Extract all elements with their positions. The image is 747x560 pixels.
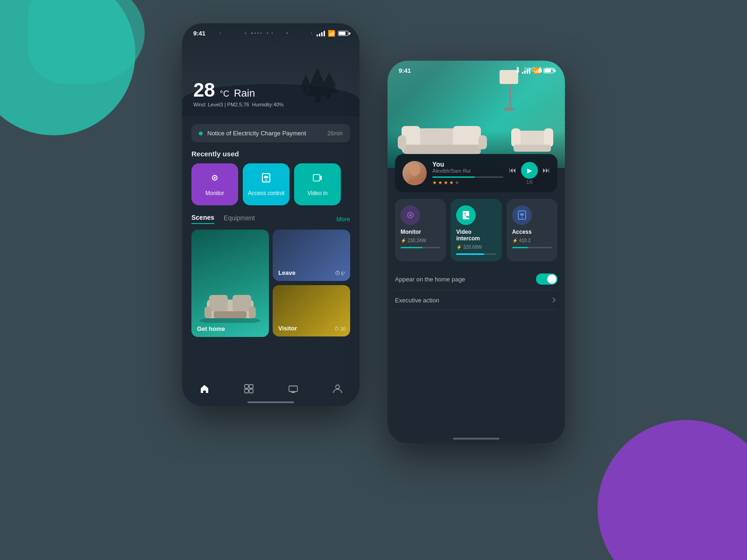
home-indicator xyxy=(247,401,294,403)
phone2-home-indicator xyxy=(453,438,500,440)
play-button[interactable]: ▶ xyxy=(521,162,538,179)
svg-point-38 xyxy=(516,70,519,73)
device-monitor-bar-fill xyxy=(401,247,423,248)
device-video-bar-fill xyxy=(456,253,484,255)
device-access-icon-wrap xyxy=(512,205,532,225)
music-avatar xyxy=(402,161,427,185)
scenes-grid: Get home Leave 6° Visitor 30 xyxy=(191,230,350,337)
weather-details: Wind: Level3 | PM2.5:76 Humidity:40% xyxy=(193,102,284,107)
svg-rect-35 xyxy=(544,128,553,147)
svg-rect-18 xyxy=(204,307,211,318)
phone2: 9:41 📶 26°C xyxy=(388,61,565,443)
device-monitor-name: Monitor xyxy=(401,229,440,235)
svg-point-39 xyxy=(409,163,420,176)
device-access-bar-fill xyxy=(512,247,528,248)
nav-profile[interactable] xyxy=(332,384,343,394)
app-video-label: Video in xyxy=(307,190,327,196)
device-monitor-icon-wrap xyxy=(401,205,420,225)
phone1: 9:41 📶 28 °C xyxy=(182,23,359,406)
svg-rect-17 xyxy=(214,311,247,318)
next-button[interactable]: ⏭ xyxy=(543,166,550,175)
bottom-nav xyxy=(182,376,359,406)
executive-label: Executive action xyxy=(395,297,439,304)
app-video[interactable]: Video in xyxy=(294,163,341,205)
scene-visitor-info: 30 xyxy=(334,326,345,332)
tabs-row: Scenes Equipment More xyxy=(191,214,350,224)
device-access[interactable]: Access ⚡ 410.2 xyxy=(507,199,557,261)
tab-scenes[interactable]: Scenes xyxy=(191,214,214,224)
phone-device-icon xyxy=(461,210,471,220)
svg-rect-22 xyxy=(249,385,253,388)
star-1: ★ xyxy=(432,180,437,186)
settings-row-homepage: Appear on the home page xyxy=(395,268,557,291)
access-control-icon xyxy=(261,172,272,186)
scene-get-home[interactable]: Get home xyxy=(191,230,269,337)
tab-equipment[interactable]: Equipment xyxy=(224,214,255,224)
phone2-header: 9:41 📶 26°C xyxy=(388,61,565,168)
phone1-time: 9:41 xyxy=(193,30,205,37)
phone2-weather: 26°C 20% xyxy=(515,66,556,73)
star-4: ★ xyxy=(449,180,454,186)
device-monitor-bar xyxy=(401,247,440,248)
track-counter: 1/6 xyxy=(526,180,533,185)
svg-rect-37 xyxy=(517,67,519,70)
notif-dot xyxy=(199,132,203,135)
device-video-intercom[interactable]: Video intercom ⚡ 320.68W xyxy=(451,199,501,261)
svg-point-26 xyxy=(336,385,339,389)
phone2-humidity: 20% xyxy=(545,67,556,72)
music-controls: ⏮ ▶ ⏭ xyxy=(509,162,550,179)
scene-leave[interactable]: Leave 6° xyxy=(273,230,350,281)
signal-icon xyxy=(317,31,325,36)
svg-point-44 xyxy=(521,217,522,218)
access-device-icon xyxy=(517,210,527,220)
device-video-power: ⚡ 320.68W xyxy=(456,245,496,250)
svg-rect-2 xyxy=(315,96,320,103)
nav-device[interactable] xyxy=(288,384,298,394)
temperature: 28 xyxy=(193,80,215,100)
notification-time: 26min xyxy=(327,130,343,137)
video-icon xyxy=(312,172,323,186)
star-2: ★ xyxy=(438,180,443,186)
phone2-time: 9:41 xyxy=(399,67,411,74)
music-stars: ★ ★ ★ ★ ★ xyxy=(432,180,503,186)
star-5: ★ xyxy=(455,180,459,186)
svg-point-9 xyxy=(214,177,216,179)
battery-icon xyxy=(338,31,348,36)
temp-unit: °C xyxy=(220,89,229,99)
svg-rect-5 xyxy=(326,93,331,99)
device-video-name: Video intercom xyxy=(456,229,496,242)
svg-rect-11 xyxy=(264,176,268,178)
homepage-toggle[interactable] xyxy=(536,273,557,285)
svg-rect-19 xyxy=(249,307,256,318)
notification-text: Notice of Electricity Charge Payment xyxy=(207,130,306,137)
weather-section: 28 °C Rain Wind: Level3 | PM2.5:76 Humid… xyxy=(193,80,284,107)
homepage-label: Appear on the home page xyxy=(395,276,465,283)
settings-row-executive[interactable]: Executive action xyxy=(395,291,557,310)
notification-bar[interactable]: Notice of Electricity Charge Payment 26m… xyxy=(191,124,350,142)
phone1-body: Notice of Electricity Charge Payment 26m… xyxy=(182,124,359,337)
svg-rect-23 xyxy=(245,389,248,393)
app-monitor[interactable]: Monitor xyxy=(191,163,238,205)
humidity-icon xyxy=(538,66,543,73)
device-access-name: Access xyxy=(512,229,552,235)
music-player-card: You Alextbh/Sam Rui ★ ★ ★ ★ ★ ⏮ ▶ ⏭ xyxy=(395,154,557,192)
device-monitor[interactable]: Monitor ⚡ 230.24W xyxy=(395,199,446,261)
svg-rect-29 xyxy=(453,126,481,147)
nav-grid[interactable] xyxy=(244,384,254,394)
tab-more[interactable]: More xyxy=(336,216,350,223)
weather-condition: Rain xyxy=(234,87,255,99)
notif-left: Notice of Electricity Charge Payment xyxy=(199,130,306,137)
scene-visitor[interactable]: Visitor 30 xyxy=(273,285,350,336)
app-access-control[interactable]: Access control xyxy=(243,163,289,205)
nav-home[interactable] xyxy=(199,384,210,394)
music-progress-fill xyxy=(432,176,475,178)
svg-rect-16 xyxy=(233,295,251,311)
prev-button[interactable]: ⏮ xyxy=(509,166,516,175)
svg-marker-6 xyxy=(300,75,312,88)
device-video-bar xyxy=(456,253,496,255)
svg-rect-25 xyxy=(289,386,297,392)
tree-silhouette xyxy=(294,65,341,103)
phones-wrapper: 9:41 📶 28 °C xyxy=(182,23,565,443)
recently-used-title: Recently used xyxy=(191,150,350,158)
svg-point-12 xyxy=(266,180,267,181)
